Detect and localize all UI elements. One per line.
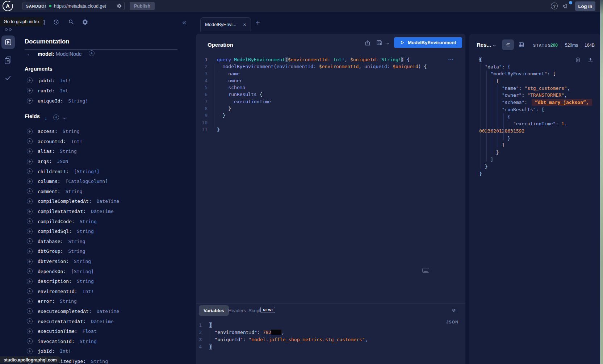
- add-all-fields-icon[interactable]: +: [53, 114, 59, 120]
- member-type[interactable]: String: [80, 219, 97, 224]
- sort-descending-icon[interactable]: ↓: [45, 115, 47, 121]
- add-argument-icon[interactable]: +: [27, 88, 33, 93]
- endpoint-url-input[interactable]: https://metadata.cloud.get: [46, 2, 125, 10]
- history-icon[interactable]: [53, 19, 59, 25]
- member-type[interactable]: [String!]: [74, 169, 99, 174]
- field-row[interactable]: +childrenL1:[String!]: [27, 166, 186, 176]
- docs-settings-gear-icon[interactable]: [82, 19, 88, 25]
- login-button[interactable]: Log in: [575, 1, 595, 11]
- member-type[interactable]: Int!: [71, 139, 82, 144]
- member-type[interactable]: String: [60, 148, 77, 154]
- response-panel-title[interactable]: Res...: [477, 42, 491, 48]
- add-field-icon[interactable]: +: [27, 188, 33, 194]
- save-operation-icon[interactable]: [376, 39, 382, 46]
- tab-headers[interactable]: Headers: [228, 308, 246, 313]
- response-json-viewer[interactable]: { "data": { "modelByEnvironment": [ { "n…: [479, 56, 599, 177]
- field-row[interactable]: +executionTime:Float: [27, 326, 186, 336]
- member-type[interactable]: String: [74, 259, 91, 264]
- chevron-down-icon[interactable]: [62, 116, 67, 121]
- field-row[interactable]: +dbtVersion:String: [27, 256, 186, 267]
- field-row[interactable]: +invocationId:String: [27, 336, 186, 346]
- apollo-logo-icon[interactable]: A: [3, 1, 13, 11]
- add-field-icon[interactable]: +: [27, 338, 33, 344]
- member-type[interactable]: DateTime: [97, 309, 120, 314]
- add-field-icon[interactable]: +: [27, 179, 33, 184]
- field-row[interactable]: +environmentId:Int!: [27, 286, 186, 297]
- field-row[interactable]: +jobId:Int!: [27, 346, 186, 356]
- field-row[interactable]: +compiledCode:String: [27, 216, 186, 226]
- add-field-icon[interactable]: +: [27, 129, 33, 134]
- save-options-chevron-icon[interactable]: [386, 42, 390, 46]
- add-field-icon[interactable]: +: [27, 238, 33, 244]
- search-icon[interactable]: [68, 19, 75, 25]
- field-row[interactable]: +alias:String: [27, 146, 186, 156]
- field-row[interactable]: +args:JSON: [27, 156, 186, 167]
- member-type[interactable]: String: [66, 189, 83, 194]
- add-field-icon[interactable]: +: [27, 279, 33, 284]
- member-type[interactable]: JSON: [57, 159, 68, 164]
- field-row[interactable]: +dependsOn:[String]: [27, 266, 186, 276]
- member-type[interactable]: Float: [83, 329, 97, 334]
- variables-editor[interactable]: 1{2 "environmentId": 782,3 "uniqueId": "…: [197, 322, 368, 351]
- run-operation-button[interactable]: ModelByEnvironment: [394, 37, 462, 48]
- explorer-nav-item[interactable]: [1, 35, 15, 49]
- member-type[interactable]: String: [91, 359, 108, 364]
- field-row[interactable]: +access:String: [27, 126, 186, 137]
- response-dropdown-chevron-icon[interactable]: [492, 43, 497, 48]
- keyboard-shortcuts-icon[interactable]: [422, 268, 429, 273]
- help-icon[interactable]: ?: [551, 3, 558, 9]
- field-row[interactable]: +error:String: [27, 296, 186, 306]
- new-tab-icon[interactable]: +: [256, 19, 260, 26]
- field-row[interactable]: +compileStartedAt:DateTime: [27, 206, 186, 217]
- tab-variables[interactable]: Variables: [199, 305, 229, 316]
- json-view-toggle[interactable]: [502, 39, 514, 50]
- member-type[interactable]: String: [77, 279, 94, 284]
- add-field-icon[interactable]: +: [27, 209, 33, 214]
- argument-row[interactable]: +uniqueId:String!: [27, 96, 186, 106]
- field-row[interactable]: +columns:[CatalogColumn]: [27, 176, 186, 187]
- add-field-icon[interactable]: +: [27, 248, 33, 254]
- add-field-icon[interactable]: +: [27, 229, 33, 234]
- endpoint-settings-gear-icon[interactable]: [117, 3, 122, 9]
- field-row[interactable]: +description:String: [27, 276, 186, 286]
- member-type[interactable]: String: [80, 339, 97, 344]
- field-row[interactable]: +executeCompletedAt:DateTime: [27, 306, 186, 317]
- member-type[interactable]: Int!: [83, 289, 94, 294]
- member-type[interactable]: Int!: [60, 78, 71, 83]
- share-operation-icon[interactable]: [364, 39, 371, 46]
- member-type[interactable]: [String]: [71, 269, 94, 274]
- argument-row[interactable]: +jobId:Int!: [27, 75, 186, 85]
- field-row[interactable]: +executeStartedAt:DateTime: [27, 316, 186, 326]
- tab-script[interactable]: Script: [248, 308, 260, 313]
- field-row[interactable]: +comment:String: [27, 187, 186, 197]
- graph-index-icon[interactable]: [5, 26, 13, 32]
- member-type[interactable]: Int: [60, 88, 68, 93]
- add-field-icon[interactable]: +: [27, 159, 33, 164]
- publish-button[interactable]: Publish: [130, 2, 155, 10]
- member-type[interactable]: [CatalogColumn]: [66, 179, 108, 184]
- checks-nav-item[interactable]: [4, 74, 12, 81]
- add-field-icon[interactable]: +: [27, 348, 33, 354]
- member-type[interactable]: DateTime: [97, 198, 120, 204]
- field-row[interactable]: +accountId:Int!: [27, 137, 186, 147]
- add-field-icon[interactable]: +: [27, 268, 33, 274]
- add-field-to-query-icon[interactable]: +: [89, 50, 95, 56]
- schema-nav-item[interactable]: [4, 56, 12, 65]
- field-row[interactable]: +database:String: [27, 237, 186, 247]
- add-argument-icon[interactable]: +: [27, 98, 33, 104]
- member-type[interactable]: String: [68, 248, 85, 254]
- add-field-icon[interactable]: +: [27, 298, 33, 304]
- member-type[interactable]: DateTime: [91, 209, 114, 214]
- field-row[interactable]: +dbtGroup:String: [27, 246, 186, 256]
- member-type[interactable]: String: [60, 298, 77, 304]
- editor-overflow-menu-icon[interactable]: •••: [448, 58, 454, 61]
- field-row[interactable]: +compileCompletedAt:DateTime: [27, 196, 186, 206]
- add-field-icon[interactable]: +: [27, 138, 33, 144]
- close-tab-icon[interactable]: ×: [243, 22, 246, 27]
- member-type[interactable]: String!: [68, 98, 88, 104]
- breadcrumb-type[interactable]: ModelNode: [56, 51, 82, 57]
- add-field-icon[interactable]: +: [27, 168, 33, 174]
- announcements-megaphone-icon[interactable]: [562, 3, 569, 9]
- table-view-icon[interactable]: [518, 42, 524, 48]
- collapse-docs-icon[interactable]: «: [182, 18, 187, 26]
